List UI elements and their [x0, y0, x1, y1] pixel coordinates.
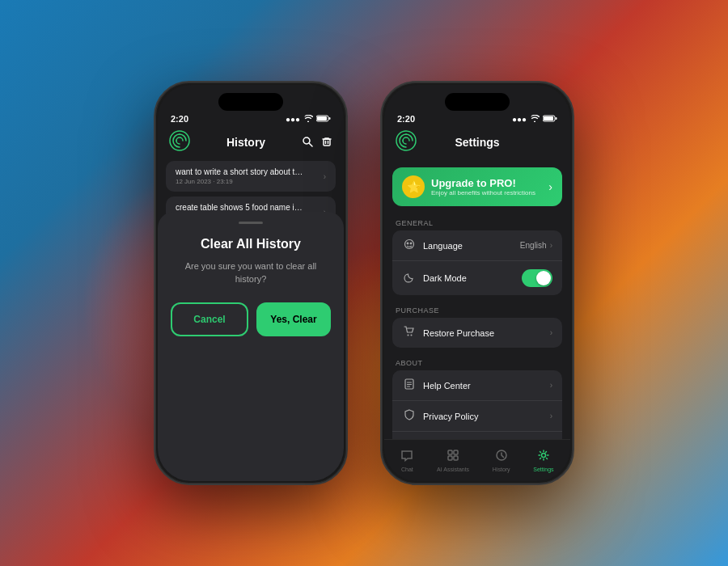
settings-logo: [396, 130, 417, 154]
sheet-handle: [239, 222, 263, 224]
nav-item-assistants-settings[interactable]: AI Assistants: [430, 446, 476, 473]
settings-item-privacy[interactable]: Privacy Policy ›: [392, 401, 562, 432]
darkmode-toggle[interactable]: [522, 269, 552, 287]
clear-history-modal: Clear All History Are you sure you want …: [158, 212, 344, 473]
nav-item-settings-active[interactable]: Settings: [527, 446, 560, 473]
help-label: Help Center: [423, 381, 471, 391]
status-bar-left: 2:20 ●●●: [158, 111, 344, 125]
settings-item-help[interactable]: Help Center ›: [392, 370, 562, 401]
settings-item-left: Privacy Policy: [402, 409, 478, 423]
history-header-actions: [302, 136, 332, 150]
svg-point-19: [405, 240, 414, 249]
svg-rect-16: [544, 116, 553, 120]
svg-point-22: [408, 335, 409, 336]
language-value: English: [520, 241, 547, 250]
modal-buttons: Cancel Yes, Clear: [171, 302, 331, 336]
clock-icon-settings: [495, 449, 508, 465]
nav-label-settings-active: Settings: [533, 467, 553, 472]
settings-item-right: English ›: [520, 241, 552, 250]
privacy-label: Privacy Policy: [423, 412, 478, 421]
wifi-icon: [303, 115, 313, 124]
star-icon: ⭐: [402, 175, 425, 198]
face-icon: [402, 239, 417, 252]
delete-icon[interactable]: [321, 136, 332, 150]
svg-point-20: [407, 243, 408, 244]
phone-settings: 2:20 ●●●: [380, 81, 574, 485]
nav-label-history-settings: History: [493, 467, 510, 472]
settings-title: Settings: [455, 136, 499, 149]
settings-item-darkmode[interactable]: Dark Mode: [392, 261, 562, 295]
svg-rect-1: [317, 116, 327, 120]
chat-icon-settings: [400, 449, 413, 465]
wifi-icon-right: [530, 115, 540, 124]
status-time-right: 2:20: [397, 114, 415, 124]
section-label-purchase: Purchase: [384, 300, 570, 318]
history-title: History: [226, 136, 265, 149]
history-logo: [169, 130, 190, 154]
history-header: History: [158, 125, 344, 161]
settings-item-restore[interactable]: Restore Purchase ›: [392, 318, 562, 348]
signal-icon: ●●●: [286, 115, 300, 124]
settings-screen: Settings ⭐ Upgrade to PRO! Enjoy all ben…: [384, 125, 570, 473]
dynamic-island-left: [218, 93, 283, 111]
battery-icon-right: [543, 115, 557, 124]
svg-point-21: [410, 243, 412, 244]
phones-container: 2:20 ●●●: [0, 0, 728, 566]
section-label-general: General: [384, 213, 570, 230]
svg-rect-6: [324, 139, 330, 146]
upgrade-text: Upgrade to PRO! Enjoy all benefits witho…: [431, 177, 535, 196]
chevron-right-icon: ›: [550, 241, 552, 250]
upgrade-title: Upgrade to PRO!: [431, 177, 535, 189]
history-item-date: 12 Jun 2023 · 23:19: [176, 178, 305, 185]
svg-rect-32: [454, 450, 458, 454]
signal-icon-right: ●●●: [512, 115, 527, 124]
svg-rect-2: [329, 117, 331, 120]
history-item[interactable]: want to write a short story about th... …: [166, 161, 336, 192]
shield-icon: [402, 409, 417, 423]
confirm-clear-button[interactable]: Yes, Clear: [256, 302, 331, 336]
phone-settings-inner: 2:20 ●●●: [384, 85, 570, 481]
svg-line-5: [309, 143, 312, 146]
svg-rect-34: [454, 456, 458, 460]
upgrade-banner[interactable]: ⭐ Upgrade to PRO! Enjoy all benefits wit…: [392, 167, 562, 206]
chevron-right-icon: ›: [550, 381, 552, 390]
history-item-text: create table shows 5 food name in...: [176, 203, 305, 212]
nav-label-chat-settings: Chat: [401, 467, 413, 472]
svg-rect-31: [448, 450, 452, 454]
darkmode-label: Dark Mode: [423, 273, 467, 283]
settings-general-list: Language English ›: [392, 230, 562, 295]
svg-rect-17: [556, 117, 557, 120]
restore-label: Restore Purchase: [423, 328, 494, 338]
battery-icon: [316, 115, 331, 124]
nav-label-assistants-settings: AI Assistants: [437, 467, 469, 472]
cart-icon: [402, 326, 417, 340]
chevron-right-icon: ›: [550, 412, 552, 420]
phone-history-inner: 2:20 ●●●: [158, 85, 344, 481]
search-icon[interactable]: [302, 136, 313, 150]
bottom-nav-settings: Chat AI Assistants: [384, 439, 570, 473]
settings-header: Settings: [384, 125, 570, 161]
settings-item-left: Language: [402, 239, 463, 252]
history-item-content: want to write a short story about th... …: [176, 167, 305, 185]
nav-item-chat-settings[interactable]: Chat: [394, 446, 420, 473]
dynamic-island-right: [445, 93, 510, 111]
cancel-button[interactable]: Cancel: [171, 302, 248, 336]
status-icons-right: ●●●: [512, 115, 557, 124]
toggle-container: [522, 269, 552, 287]
settings-item-left: Restore Purchase: [402, 326, 494, 340]
phone-history: 2:20 ●●●: [154, 81, 348, 485]
history-screen: History: [158, 125, 344, 473]
settings-item-language[interactable]: Language English ›: [392, 230, 562, 261]
settings-item-left: Dark Mode: [402, 272, 467, 285]
chevron-icon: ›: [324, 172, 326, 181]
status-time-left: 2:20: [171, 114, 188, 124]
upgrade-left: ⭐ Upgrade to PRO! Enjoy all benefits wit…: [402, 175, 535, 198]
modal-title: Clear All History: [171, 237, 331, 251]
modal-message: Are you sure you want to clear all histo…: [171, 260, 331, 286]
settings-item-left: Help Center: [402, 378, 471, 392]
nav-item-history-settings[interactable]: History: [486, 446, 517, 473]
upgrade-subtitle: Enjoy all benefits without restrictions: [431, 189, 535, 196]
chevron-right-icon: ›: [550, 328, 552, 337]
section-label-about: About: [384, 353, 570, 370]
svg-point-36: [541, 454, 545, 458]
